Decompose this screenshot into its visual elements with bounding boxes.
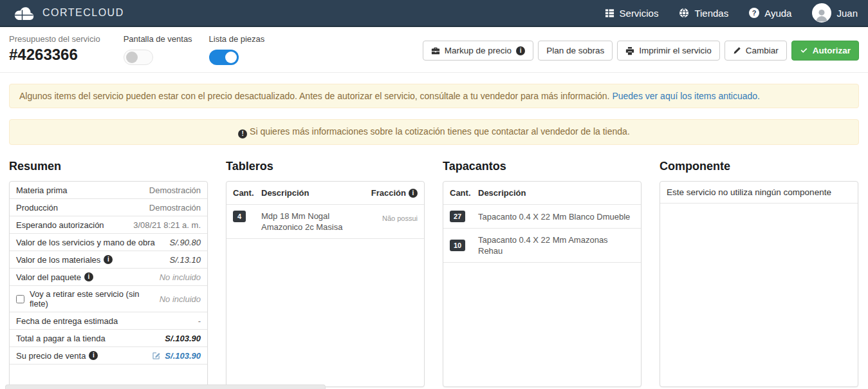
desc-header: Descripción <box>478 187 634 198</box>
print-service-button[interactable]: Imprimir el servicio <box>617 41 720 61</box>
row-label: Valor de los materiales <box>16 255 100 265</box>
row-value: Demostración <box>149 185 201 195</box>
tapacantos-card: Cant. Descripción 27 Tapacanto 0.4 X 22 … <box>443 181 642 387</box>
resumen-title: Resumen <box>9 160 208 173</box>
nav-label: Tiendas <box>694 8 728 19</box>
pieces-list-toggle[interactable] <box>209 50 239 65</box>
qty-header: Cant. <box>233 188 261 198</box>
nav-item-servicios[interactable]: Servicios <box>605 8 659 19</box>
qty-header: Cant. <box>450 188 478 198</box>
budget-number: #4263366 <box>9 46 100 64</box>
info-icon[interactable]: i <box>84 272 93 281</box>
nav-label: Servicios <box>620 8 659 19</box>
change-button[interactable]: Cambiar <box>725 41 787 61</box>
button-label: Cambiar <box>746 46 779 55</box>
fraction-value: Não possui <box>370 211 418 222</box>
sales-screen-toggle-label: Pantalla de ventas <box>124 34 192 44</box>
nav-item-tiendas[interactable]: Tiendas <box>679 8 728 19</box>
top-navbar: CORTECLOUD Servicios Tiendas ? <box>0 0 868 27</box>
quantity-badge: 27 <box>450 211 465 222</box>
fraction-header: Fracción <box>371 188 406 198</box>
list-icon <box>605 8 614 18</box>
row-value: - <box>198 316 201 326</box>
table-row: Producción Demostración <box>10 199 207 216</box>
contact-vendor-alert: ! Si quieres más informaciones sobre la … <box>9 119 859 145</box>
leftover-plan-button[interactable]: Plan de sobras <box>538 41 613 61</box>
sales-screen-toggle-group: Pantalla de ventas <box>124 34 192 65</box>
nav-item-user[interactable]: Juan <box>812 3 858 23</box>
row-label: Materia prima <box>16 185 67 195</box>
table-row: Total a pagar a la tienda S/.103.90 <box>10 330 207 347</box>
alert-text: Algunos items del servicio pueden estar … <box>19 91 610 101</box>
table-header-row: Cant. Descripción Fracción i <box>226 182 424 205</box>
brand-logo[interactable]: CORTECLOUD <box>13 5 124 21</box>
table-row: Voy a retirar este servicio (sin flete) … <box>10 286 207 312</box>
tableros-card: Cant. Descripción Fracción i 4 Mdp 18 Mm… <box>226 181 425 387</box>
budget-label: Presupuesto del servicio <box>9 34 100 44</box>
quantity-badge: 10 <box>450 240 465 251</box>
toggle-knob <box>225 52 237 63</box>
service-header: Presupuesto del servicio #4263366 Pantal… <box>0 27 868 73</box>
button-label: Autorizar <box>813 46 851 55</box>
desc-header: Descripción <box>261 187 370 198</box>
outdated-price-alert: Algunos items del servicio pueden estar … <box>9 84 859 108</box>
user-avatar <box>812 3 831 23</box>
edgeband-description: Tapacanto 0.4 X 22 Mm Amazonas Rehau <box>478 234 634 256</box>
table-row: Esperando autorización 3/08/21 8:21 a. m… <box>10 216 207 234</box>
check-icon <box>800 46 808 55</box>
printer-icon <box>625 46 634 55</box>
row-label: Su precio de venta <box>16 351 86 361</box>
table-row: Valor de los materiales i S/.13.10 <box>10 251 207 269</box>
resumen-section: Resumen Materia prima Demostración Produ… <box>9 156 208 387</box>
row-label: Valor del paquete <box>16 272 81 282</box>
pickup-service-checkbox[interactable] <box>16 295 24 303</box>
globe-icon <box>679 8 689 18</box>
summary-columns: Resumen Materia prima Demostración Produ… <box>9 156 859 387</box>
info-icon: i <box>516 46 525 55</box>
pieces-list-toggle-group: Lista de piezas <box>209 34 265 65</box>
row-label: Voy a retirar este servicio (sin flete) <box>30 289 156 308</box>
main-content: Algunos items del servicio pueden estar … <box>0 73 868 387</box>
user-name: Juan <box>836 8 858 19</box>
row-label: Esperando autorización <box>16 220 104 230</box>
table-row: Fecha de entrega estimada - <box>10 312 207 330</box>
nav-item-ayuda[interactable]: ? Ayuda <box>749 8 791 19</box>
brand-name: CORTECLOUD <box>42 7 124 19</box>
table-row: Su precio de venta i S/.103.90 <box>10 347 207 365</box>
table-row: Valor del paquete i No incluido <box>10 269 207 286</box>
pieces-list-toggle-label: Lista de piezas <box>209 34 265 44</box>
info-icon[interactable]: i <box>89 351 98 360</box>
cloud-logo-icon <box>13 5 36 21</box>
authorize-button[interactable]: Autorizar <box>791 41 859 61</box>
sales-screen-toggle[interactable] <box>124 50 153 65</box>
outdated-items-link[interactable]: Puedes ver aquí los items anticuado. <box>612 91 760 101</box>
table-row: 27 Tapacanto 0.4 X 22 Mm Blanco Dmueble <box>443 205 641 229</box>
row-label: Fecha de entrega estimada <box>16 316 118 326</box>
markup-price-button[interactable]: Markup de precio i <box>423 41 533 61</box>
budget-block: Presupuesto del servicio #4263366 <box>9 34 100 64</box>
exclamation-icon: ! <box>238 129 247 138</box>
row-label: Valor de los servicios y mano de obra <box>16 238 155 247</box>
row-label: Producción <box>16 203 58 213</box>
header-actions: Markup de precio i Plan de sobras Imprim… <box>423 34 859 61</box>
table-header-row: Cant. Descripción <box>443 182 641 205</box>
button-label: Plan de sobras <box>546 46 604 55</box>
tapacantos-title: Tapacantos <box>443 160 642 173</box>
row-value: No incluido <box>160 272 201 282</box>
info-icon[interactable]: i <box>409 189 418 198</box>
row-value: S/.90.80 <box>170 238 201 247</box>
info-icon[interactable]: i <box>104 255 113 264</box>
row-value: No incluido <box>160 294 201 304</box>
row-value: Demostración <box>149 203 201 213</box>
board-description: Mdp 18 Mm Nogal Amazonico 2c Masisa <box>261 211 370 232</box>
row-value: S/.103.90 <box>165 351 201 361</box>
tapacantos-section: Tapacantos Cant. Descripción 27 Tapacant… <box>443 156 642 387</box>
row-value: 3/08/21 8:21 a. m. <box>133 220 201 230</box>
button-label: Imprimir el servicio <box>639 46 712 55</box>
button-label: Markup de precio <box>445 46 512 55</box>
edgeband-description: Tapacanto 0.4 X 22 Mm Blanco Dmueble <box>478 211 634 222</box>
table-row: 10 Tapacanto 0.4 X 22 Mm Amazonas Rehau <box>443 229 641 263</box>
nav-label: Ayuda <box>764 8 791 19</box>
below-fold-panel-edge <box>5 384 326 389</box>
edit-icon[interactable] <box>152 351 161 360</box>
